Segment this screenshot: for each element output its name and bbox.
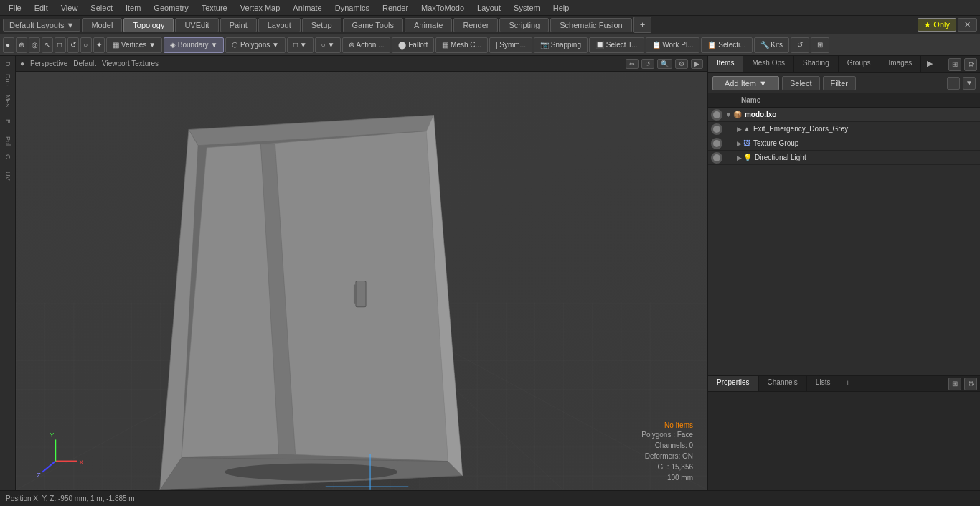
- tool-polygons[interactable]: ⬡ Polygons ▼: [225, 37, 286, 53]
- tool-add[interactable]: ⊕: [16, 37, 27, 53]
- tool-symm[interactable]: | Symm...: [489, 37, 532, 53]
- expand-arrow-doors[interactable]: ▶: [737, 126, 742, 133]
- item-eye-root[interactable]: [711, 109, 722, 121]
- tool-vertices[interactable]: ▦ Vertices ▼: [106, 37, 162, 53]
- vp-btn-zoom[interactable]: 🔍: [657, 59, 672, 69]
- tab-items[interactable]: Items: [708, 56, 743, 72]
- tab-game-tools[interactable]: Game Tools: [343, 18, 404, 32]
- viewport-canvas[interactable]: X Y Z No Items Polygons : Face Channels:…: [16, 72, 707, 490]
- menu-animate[interactable]: Animate: [287, 2, 327, 14]
- item-row-doors[interactable]: ▶ ▲ Exit_Emergency_Doors_Grey: [708, 122, 980, 136]
- props-tab-channels[interactable]: Channels: [759, 376, 807, 391]
- item-eye-texture[interactable]: [711, 138, 722, 149]
- tool-select-mode[interactable]: ●: [3, 37, 14, 53]
- tool-kits[interactable]: 🔧 Kits: [754, 37, 789, 53]
- close-button[interactable]: ✕: [958, 18, 977, 32]
- menu-dynamics[interactable]: Dynamics: [329, 2, 375, 14]
- sidebar-c[interactable]: C...: [3, 151, 13, 167]
- tool-box[interactable]: □: [55, 37, 66, 53]
- vp-textures[interactable]: Viewport Textures: [102, 60, 159, 67]
- menu-texture[interactable]: Texture: [196, 2, 233, 14]
- tab-uvedit[interactable]: UVEdit: [175, 18, 218, 32]
- vp-btn-settings[interactable]: ⚙: [675, 59, 688, 69]
- expand-arrow-texture[interactable]: ▶: [737, 140, 742, 147]
- tab-schematic-fusion[interactable]: Schematic Fusion: [550, 18, 631, 32]
- vp-btn-expand[interactable]: ▶: [691, 59, 703, 69]
- add-item-button[interactable]: Add Item ▼: [712, 76, 779, 90]
- tool-box2[interactable]: □ ▼: [287, 37, 314, 53]
- tool-target[interactable]: ◎: [29, 37, 40, 53]
- tab-images[interactable]: Images: [880, 56, 922, 72]
- viewport[interactable]: ● Perspective Default Viewport Textures …: [16, 56, 707, 490]
- sidebar-d[interactable]: D: [3, 59, 13, 70]
- menu-system[interactable]: System: [508, 2, 546, 14]
- tab-setup[interactable]: Setup: [302, 18, 341, 32]
- tool-star[interactable]: ✦: [93, 37, 105, 53]
- sidebar-uv[interactable]: UV...: [3, 169, 13, 188]
- panel-expand[interactable]: ⊞: [948, 58, 961, 71]
- item-row-texture[interactable]: ▶ 🖼 Texture Group: [708, 136, 980, 151]
- tool-action[interactable]: ⊛ Action ...: [342, 37, 390, 53]
- sidebar-pol[interactable]: Pol.: [3, 133, 13, 151]
- layout-dropdown[interactable]: Default Layouts ▼: [3, 19, 80, 32]
- vp-default[interactable]: Default: [73, 60, 96, 67]
- menu-geometry[interactable]: Geometry: [148, 2, 194, 14]
- star-button[interactable]: ★ Only: [918, 18, 956, 32]
- expand-arrow-root[interactable]: ▼: [725, 111, 732, 118]
- tool-mesh-c[interactable]: ▦ Mesh C...: [435, 37, 488, 53]
- tab-topology[interactable]: Topology: [123, 18, 174, 32]
- menu-file[interactable]: File: [3, 2, 27, 14]
- tool-refresh[interactable]: ↺: [791, 37, 809, 53]
- tab-animate[interactable]: Animate: [405, 18, 452, 32]
- menu-select[interactable]: Select: [85, 2, 118, 14]
- panel-settings[interactable]: ⚙: [964, 58, 977, 71]
- tool-circle[interactable]: ○: [80, 37, 92, 53]
- menu-item[interactable]: Item: [120, 2, 146, 14]
- tab-scripting[interactable]: Scripting: [499, 18, 549, 32]
- tab-panel-plus[interactable]: ▶: [921, 56, 938, 72]
- props-tab-properties[interactable]: Properties: [708, 376, 759, 391]
- expand-arrow-light[interactable]: ▶: [737, 154, 742, 161]
- sidebar-dup[interactable]: Dup.: [3, 71, 13, 90]
- tool-pointer[interactable]: ↖: [42, 37, 53, 53]
- menu-view[interactable]: View: [55, 2, 84, 14]
- menu-edit[interactable]: Edit: [29, 2, 54, 14]
- props-tab-lists[interactable]: Lists: [807, 376, 840, 391]
- tool-boundary[interactable]: ◈ Boundary ▼: [164, 37, 224, 53]
- tab-render[interactable]: Render: [453, 18, 498, 32]
- item-eye-light[interactable]: [711, 152, 722, 164]
- props-tab-plus[interactable]: +: [839, 376, 855, 391]
- tool-falloff[interactable]: ⬤ Falloff: [392, 37, 434, 53]
- item-eye-doors[interactable]: [711, 123, 722, 135]
- filter-button[interactable]: Filter: [823, 76, 856, 90]
- props-settings[interactable]: ⚙: [964, 378, 977, 390]
- tool-work-pl[interactable]: 📋 Work Pl...: [646, 37, 700, 53]
- tool-circle2[interactable]: ○ ▼: [315, 37, 341, 53]
- tab-layout[interactable]: Layout: [258, 18, 301, 32]
- menu-help[interactable]: Help: [547, 2, 575, 14]
- vp-perspective[interactable]: Perspective: [30, 60, 67, 67]
- vp-eye[interactable]: ●: [20, 60, 24, 67]
- panel-minus[interactable]: −: [947, 77, 960, 90]
- tab-plus[interactable]: +: [633, 17, 652, 33]
- tool-select-t[interactable]: 🔲 Select T...: [589, 37, 644, 53]
- vp-btn-refresh[interactable]: ↺: [641, 59, 654, 69]
- sidebar-mes[interactable]: Mes...: [3, 92, 13, 116]
- sidebar-e[interactable]: E...: [3, 116, 13, 132]
- tab-model[interactable]: Model: [82, 18, 122, 32]
- tool-rotate[interactable]: ↺: [67, 37, 79, 53]
- menu-layout[interactable]: Layout: [471, 2, 507, 14]
- tool-selecti[interactable]: 📋 Selecti...: [701, 37, 752, 53]
- menu-render[interactable]: Render: [377, 2, 414, 14]
- item-row-light[interactable]: ▶ 💡 Directional Light: [708, 151, 980, 165]
- panel-arrow-down[interactable]: ▼: [963, 77, 976, 90]
- menu-vertex-map[interactable]: Vertex Map: [235, 2, 286, 14]
- vp-btn-arrows[interactable]: ⇔: [626, 59, 639, 69]
- item-row-root[interactable]: ▼ 📦 modo.lxo: [708, 108, 980, 122]
- tool-grid[interactable]: ⊞: [811, 37, 829, 53]
- select-button[interactable]: Select: [782, 76, 820, 90]
- tab-mesh-ops[interactable]: Mesh Ops: [743, 56, 794, 72]
- tab-paint[interactable]: Paint: [220, 18, 257, 32]
- props-expand[interactable]: ⊞: [948, 378, 961, 390]
- tool-snapping[interactable]: 📷 Snapping: [534, 37, 588, 53]
